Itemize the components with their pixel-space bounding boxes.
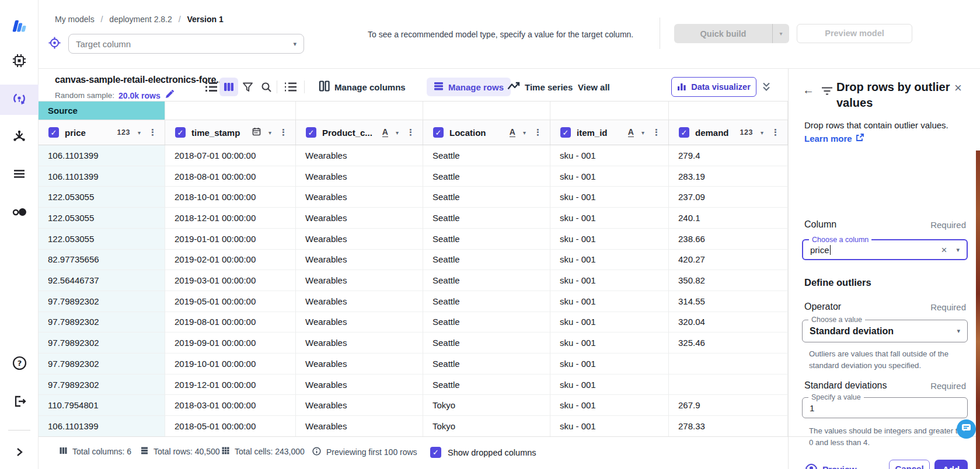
- chevron-down-icon[interactable]: ▾: [523, 130, 526, 136]
- time-series-button[interactable]: Time series: [507, 78, 573, 96]
- app-logo[interactable]: [0, 13, 39, 42]
- table-cell: Wearables: [296, 187, 423, 208]
- panel-description: Drop rows that contain outlier values.: [804, 120, 974, 130]
- table-cell: Wearables: [296, 395, 423, 416]
- table-cell: Seattle: [423, 166, 550, 187]
- table-cell: 2018-07-01 00:00:00: [165, 145, 296, 166]
- breadcrumb-my-models[interactable]: My models: [55, 15, 95, 24]
- back-arrow-icon[interactable]: ←: [803, 84, 814, 96]
- sidebar-item-help[interactable]: ?: [0, 349, 39, 379]
- column-checkbox[interactable]: ✓: [175, 127, 186, 138]
- chevron-down-icon[interactable]: ▾: [268, 130, 271, 136]
- column-menu-icon[interactable]: ⋮: [771, 127, 780, 138]
- table-cell: Seattle: [423, 145, 550, 166]
- app-sidebar: ?: [0, 0, 39, 469]
- sidebar-item-circles[interactable]: [0, 198, 39, 228]
- table-cell: Seattle: [423, 208, 550, 229]
- column-combobox[interactable]: Choose a column price × ▾: [802, 239, 968, 260]
- table-cell: Seattle: [423, 312, 550, 333]
- sidebar-item-logout[interactable]: [0, 388, 39, 417]
- table-cell: Wearables: [296, 166, 423, 187]
- sidebar-item-models[interactable]: [0, 47, 39, 76]
- search-icon[interactable]: [257, 78, 275, 96]
- std-value-input[interactable]: Specify a value 1: [802, 397, 968, 418]
- ordered-list-icon[interactable]: [282, 78, 299, 96]
- panel-title: Drop rows by outlier values: [836, 79, 958, 111]
- column-menu-icon[interactable]: ⋮: [406, 127, 415, 138]
- table-cell: 97.79892302: [39, 332, 165, 354]
- data-visualizer-button[interactable]: Data visualizer: [671, 77, 756, 97]
- table-cell: sku - 001: [550, 416, 669, 437]
- collapse-toolbar-button[interactable]: [761, 81, 772, 95]
- chevron-down-icon[interactable]: ▾: [396, 130, 399, 136]
- table-cell: 2019-12-01 00:00:00: [165, 374, 296, 396]
- column-menu-icon[interactable]: ⋮: [148, 127, 157, 138]
- preview-button[interactable]: Preview: [805, 460, 857, 469]
- column-checkbox[interactable]: ✓: [48, 127, 59, 138]
- sidebar-item-automl-active[interactable]: [0, 85, 39, 115]
- table-cell: 2019-02-01 00:00:00: [165, 250, 296, 271]
- manage-columns-button[interactable]: Manage columns: [319, 78, 406, 96]
- target-column-select[interactable]: Target column ▾: [68, 34, 304, 54]
- table-cell: 420.27: [669, 250, 788, 271]
- operator-select[interactable]: Choose a value Standard deviation ▾: [802, 320, 968, 342]
- table-cell: Seattle: [423, 187, 550, 208]
- number-type-icon: 123: [117, 128, 130, 136]
- column-menu-icon[interactable]: ⋮: [533, 127, 542, 138]
- column-menu-icon[interactable]: ⋮: [279, 127, 288, 138]
- table-row: 82.977356562019-02-01 00:00:00WearablesS…: [39, 250, 788, 271]
- table-cell: Seattle: [423, 332, 550, 354]
- table-cell: sku - 001: [550, 208, 669, 229]
- clear-icon[interactable]: ×: [941, 245, 947, 255]
- manage-rows-button[interactable]: Manage rows: [427, 78, 511, 96]
- edit-pencil-icon[interactable]: [165, 90, 174, 101]
- table-cell: 2019-01-01 00:00:00: [165, 229, 296, 250]
- show-dropped-checkbox[interactable]: ✓: [430, 447, 441, 458]
- preview-model-button[interactable]: Preview model: [797, 24, 912, 43]
- sample-size-link[interactable]: 20.0k rows: [118, 91, 161, 100]
- row-view-icon[interactable]: [203, 78, 220, 96]
- chevron-down-icon[interactable]: ▾: [761, 130, 763, 136]
- sidebar-item-datasets[interactable]: [0, 124, 39, 153]
- learn-more-link[interactable]: Learn more: [804, 134, 864, 144]
- quick-build-button[interactable]: Quick build ▾: [674, 24, 789, 43]
- sidebar-collapse-toggle[interactable]: [0, 439, 39, 468]
- table-cell: 106.1101399: [39, 416, 165, 437]
- source-tag[interactable]: Source: [39, 102, 165, 120]
- chat-icon: [961, 424, 971, 435]
- chevron-down-icon[interactable]: ▾: [956, 246, 960, 254]
- column-view-icon[interactable]: [219, 78, 238, 96]
- column-menu-icon[interactable]: ⋮: [652, 127, 661, 138]
- sidebar-item-list[interactable]: [0, 160, 39, 190]
- table-cell: sku - 001: [550, 332, 669, 354]
- status-total-rows: Total rows: 40,500: [141, 447, 220, 456]
- column-checkbox[interactable]: ✓: [433, 127, 444, 138]
- close-icon[interactable]: ×: [954, 82, 962, 94]
- column-name: Location: [449, 128, 486, 138]
- eye-icon: [805, 464, 817, 469]
- column-checkbox[interactable]: ✓: [306, 127, 316, 138]
- table-row: 122.0530552018-10-01 00:00:00WearablesSe…: [39, 187, 788, 208]
- chevron-down-icon[interactable]: ▾: [957, 327, 960, 335]
- cancel-button[interactable]: Cancel: [889, 460, 930, 469]
- chat-widget-button[interactable]: [957, 419, 976, 439]
- table-cell: Wearables: [296, 291, 423, 312]
- column-checkbox[interactable]: ✓: [679, 127, 689, 138]
- filter-icon[interactable]: [239, 78, 256, 96]
- table-row: 97.798923022019-10-01 00:00:00WearablesS…: [39, 354, 788, 374]
- show-dropped-columns-toggle[interactable]: ✓ Show dropped columns: [430, 447, 536, 458]
- column-checkbox[interactable]: ✓: [560, 127, 571, 138]
- table-body: 106.11013992018-07-01 00:00:00WearablesS…: [39, 145, 788, 437]
- toolbar-separator: [277, 80, 277, 93]
- table-cell: 2018-08-01 00:00:00: [165, 166, 296, 187]
- chevron-down-icon[interactable]: ▾: [138, 130, 141, 136]
- logout-icon: [12, 394, 27, 411]
- table-cell: Wearables: [296, 374, 423, 396]
- chevron-down-icon[interactable]: ▾: [641, 130, 644, 136]
- table-cell: Seattle: [423, 291, 550, 312]
- view-all-button[interactable]: View all: [578, 78, 610, 96]
- quick-build-dropdown[interactable]: ▾: [772, 24, 789, 43]
- add-button[interactable]: Add: [934, 460, 968, 469]
- breadcrumb-deployment[interactable]: deployment 2.8.2: [109, 15, 172, 24]
- two-circles-icon: [11, 204, 27, 222]
